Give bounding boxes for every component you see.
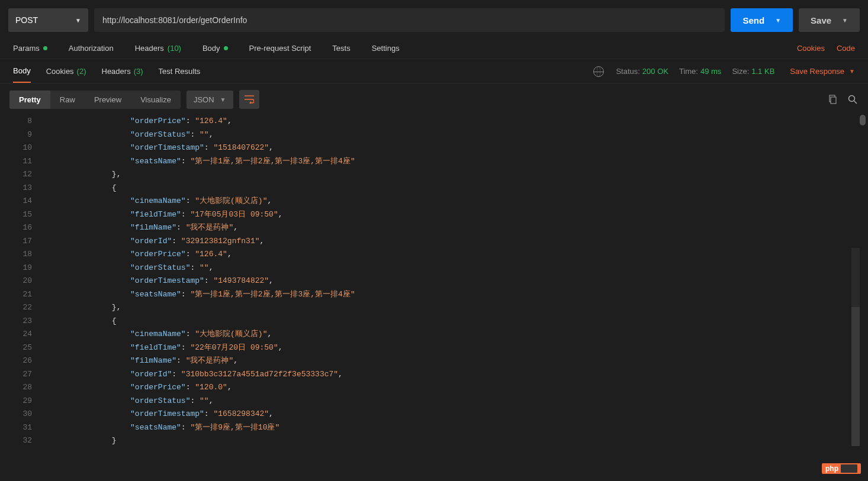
resp-tab-headers[interactable]: Headers(3) <box>102 60 143 82</box>
code-line: "orderTimestamp": "1518407622", <box>38 141 856 155</box>
size-meta: Size:1.1 KB <box>732 67 774 76</box>
tab-body[interactable]: Body <box>202 44 228 53</box>
tab-settings[interactable]: Settings <box>372 44 400 53</box>
status-meta: Status:200 OK <box>616 67 668 76</box>
code-line: "orderPrice": "126.4", <box>38 248 856 262</box>
code-line: "orderId": "329123812gnfn31", <box>38 235 856 248</box>
code-line: "cinemaName": "大地影院(顺义店)", <box>38 195 856 208</box>
minimap-scrollbar[interactable] <box>851 248 860 446</box>
save-button[interactable]: Save ▼ <box>799 8 860 32</box>
view-raw-button[interactable]: Raw <box>50 91 85 109</box>
code-line: { <box>38 182 856 195</box>
chevron-down-icon: ▼ <box>842 17 848 24</box>
code-line: "fieldTime": "22年07月20日 09:50", <box>38 341 856 355</box>
send-button[interactable]: Send ▼ <box>731 8 793 32</box>
code-link[interactable]: Code <box>837 44 855 53</box>
code-line: "orderTimestamp": "1493784822", <box>38 275 856 288</box>
minimap-thumb[interactable] <box>851 307 860 446</box>
tab-params[interactable]: Params <box>13 44 47 53</box>
svg-rect-1 <box>831 97 836 104</box>
view-pretty-button[interactable]: Pretty <box>9 91 50 109</box>
resp-tab-body[interactable]: Body <box>13 60 31 83</box>
time-meta: Time:49 ms <box>679 67 721 76</box>
search-icon <box>848 95 857 104</box>
code-line: "filmName": "我不是药神", <box>38 354 856 368</box>
globe-icon[interactable] <box>593 66 604 77</box>
copy-button[interactable] <box>827 93 838 105</box>
http-method-value: POST <box>15 15 38 25</box>
format-select[interactable]: JSON ▼ <box>187 91 233 109</box>
tab-prerequest[interactable]: Pre-request Script <box>249 44 311 53</box>
code-line: "orderStatus": "", <box>38 128 856 142</box>
code-content: "orderPrice": "126.4", "orderStatus": ""… <box>38 115 856 446</box>
code-line: "orderStatus": "", <box>38 395 856 408</box>
code-line: { <box>38 315 856 328</box>
line-number-gutter: 8910111213141516171819202122232425262728… <box>0 115 38 446</box>
wrap-lines-button[interactable] <box>239 90 259 109</box>
code-line: } <box>38 434 856 446</box>
chevron-down-icon: ▼ <box>75 17 81 24</box>
tab-authorization[interactable]: Authorization <box>69 44 114 53</box>
view-visualize-button[interactable]: Visualize <box>131 91 181 109</box>
code-line: "seatsName": "第一排1座,第一排2座,第一排3座,第一排4座" <box>38 288 856 302</box>
code-line: "fieldTime": "17年05月03日 09:50", <box>38 208 856 222</box>
scrollbar-thumb[interactable] <box>860 115 866 125</box>
copy-icon <box>828 95 837 104</box>
request-url-input[interactable] <box>94 8 725 32</box>
code-line: "orderTimestamp": "1658298342", <box>38 408 856 421</box>
code-line: "orderId": "310bb3c3127a4551ad72f2f3e533… <box>38 368 856 382</box>
view-preview-button[interactable]: Preview <box>85 91 131 109</box>
watermark-cn-icon <box>841 464 857 473</box>
resp-tab-test-results[interactable]: Test Results <box>159 60 201 82</box>
code-line: "seatsName": "第一排1座,第一排2座,第一排3座,第一排4座" <box>38 155 856 169</box>
http-method-select[interactable]: POST ▼ <box>8 8 88 32</box>
response-body-viewer[interactable]: 8910111213141516171819202122232425262728… <box>0 115 868 446</box>
cookies-link[interactable]: Cookies <box>797 44 825 53</box>
code-line: "seatsName": "第一排9座,第一排10座" <box>38 421 856 435</box>
save-button-label: Save <box>811 15 831 25</box>
send-button-label: Send <box>742 15 764 25</box>
watermark-badge: php <box>822 463 861 474</box>
chevron-down-icon: ▼ <box>775 17 781 24</box>
code-line: }, <box>38 168 856 182</box>
code-line: "orderPrice": "126.4", <box>38 115 856 128</box>
save-response-button[interactable]: Save Response ▼ <box>790 67 855 76</box>
indicator-dot-icon <box>43 46 47 50</box>
chevron-down-icon: ▼ <box>849 68 855 75</box>
code-line: "orderPrice": "120.0", <box>38 381 856 395</box>
indicator-dot-icon <box>224 46 228 50</box>
tab-tests[interactable]: Tests <box>332 44 350 53</box>
resp-tab-cookies[interactable]: Cookies(2) <box>46 60 86 82</box>
code-line: }, <box>38 301 856 315</box>
chevron-down-icon: ▼ <box>220 96 226 103</box>
code-line: "filmName": "我不是药神", <box>38 221 856 235</box>
code-line: "orderStatus": "", <box>38 262 856 275</box>
code-line: "cinemaName": "大地影院(顺义店)", <box>38 328 856 341</box>
tab-headers[interactable]: Headers (10) <box>135 44 181 53</box>
svg-point-2 <box>849 96 855 102</box>
svg-line-3 <box>854 101 857 104</box>
wrap-icon <box>245 95 254 104</box>
view-mode-group: Pretty Raw Preview Visualize <box>9 91 181 109</box>
search-button[interactable] <box>847 93 859 105</box>
